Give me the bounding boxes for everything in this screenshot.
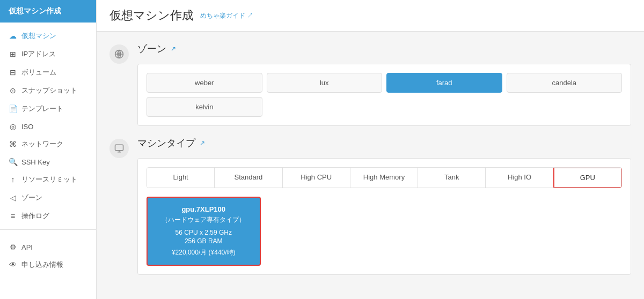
sidebar-item-oplog-label: 操作ログ (21, 211, 49, 221)
volume-icon: ⊟ (9, 68, 17, 77)
card-price: ¥220,000/月 (¥440/時) (155, 248, 252, 257)
sidebar-item-account[interactable]: 👁 申し込み情報 (0, 256, 96, 274)
zone-candela[interactable]: candela (507, 73, 623, 93)
sidebar-item-network[interactable]: ⌘ ネットワーク (0, 135, 96, 153)
sidebar-item-oplog[interactable]: ≡ 操作ログ (0, 207, 96, 225)
zone-section-icon[interactable] (109, 44, 129, 64)
guide-link[interactable]: めちゃ楽ガイド ↗ (200, 11, 253, 20)
zone-title-row: ゾーン ↗ (137, 42, 631, 55)
card-cpu: 56 CPU x 2.59 GHz (155, 229, 252, 236)
svg-rect-1 (115, 145, 123, 151)
tab-high-io[interactable]: High IO (486, 168, 553, 188)
sidebar-nav: ☁ 仮想マシン ⊞ IPアドレス ⊟ ボリューム ⊙ スナップショット 📄 テン… (0, 23, 96, 299)
tab-high-memory[interactable]: High Memory (350, 168, 418, 188)
sidebar-item-template-label: テンプレート (21, 104, 63, 114)
create-vm-button[interactable]: 仮想マシン作成 (9, 6, 87, 16)
content-area: ゾーン ↗ weber lux farad candela kelvin (97, 32, 644, 286)
sidebar-item-network-label: ネットワーク (21, 139, 63, 149)
zone-farad[interactable]: farad (386, 73, 502, 93)
zone-row2: kelvin (147, 97, 622, 117)
sidebar-item-zone[interactable]: ◁ ゾーン (0, 189, 96, 207)
sidebar-item-zone-label: ゾーン (21, 193, 42, 203)
sidebar-item-ip[interactable]: ⊞ IPアドレス (0, 45, 96, 63)
zone-kelvin[interactable]: kelvin (147, 97, 262, 117)
snapshot-icon: ⊙ (9, 86, 17, 95)
machine-section-icon[interactable] (109, 139, 129, 158)
machine-tabs: Light Standard High CPU High Memory Tank… (147, 167, 622, 188)
zone-grid: weber lux farad candela (147, 73, 622, 93)
sidebar-item-iso[interactable]: ◎ ISO (0, 118, 96, 135)
zone-weber[interactable]: weber (147, 73, 262, 93)
sidebar-item-snapshot-label: スナップショット (21, 86, 77, 95)
zone-section-title: ゾーン (137, 42, 166, 55)
sidebar-item-sshkey-label: SSH Key (21, 158, 50, 166)
page-header: 仮想マシン作成 めちゃ楽ガイド ↗ (97, 0, 644, 32)
tab-gpu[interactable]: GPU (553, 167, 622, 188)
zone-icon: ◁ (9, 193, 17, 202)
sidebar-item-iso-label: ISO (21, 123, 33, 131)
sidebar-item-volume[interactable]: ⊟ ボリューム (0, 63, 96, 81)
sidebar-item-api-label: API (21, 243, 33, 251)
machine-section-title: マシンタイプ (137, 137, 195, 150)
card-ram: 256 GB RAM (155, 237, 252, 245)
machine-cards: gpu.7XLP100 （ハードウェア専有タイプ） 56 CPU x 2.59 … (147, 197, 622, 266)
sidebar-item-resource-label: リソースリミット (21, 175, 77, 184)
sidebar-item-api[interactable]: ⚙ API (0, 238, 96, 256)
tab-tank[interactable]: Tank (418, 168, 486, 188)
sidebar-item-template[interactable]: 📄 テンプレート (0, 100, 96, 118)
zone-link-icon[interactable]: ↗ (171, 45, 176, 53)
sshkey-icon: 🔍 (9, 158, 17, 166)
sidebar-item-volume-label: ボリューム (21, 68, 56, 77)
machine-title-row: マシンタイプ ↗ (137, 137, 631, 150)
tab-high-cpu[interactable]: High CPU (283, 168, 350, 188)
resource-icon: ↑ (9, 175, 17, 184)
oplog-icon: ≡ (9, 212, 17, 220)
sidebar-bottom: ⚙ API 👁 申し込み情報 (0, 234, 96, 278)
main-content: 仮想マシン作成 めちゃ楽ガイド ↗ ゾーン ↗ weber lux (97, 0, 644, 299)
template-icon: 📄 (9, 104, 17, 113)
cloud-icon: ☁ (9, 32, 17, 40)
sidebar-item-resource[interactable]: ↑ リソースリミット (0, 170, 96, 189)
zone-lux[interactable]: lux (267, 73, 383, 93)
card-type: （ハードウェア専有タイプ） (155, 215, 252, 225)
page-title: 仮想マシン作成 (109, 8, 194, 24)
iso-icon: ◎ (9, 122, 17, 131)
sidebar-divider (0, 229, 96, 230)
sidebar-item-snapshot[interactable]: ⊙ スナップショット (0, 81, 96, 100)
sidebar: 仮想マシン作成 ☁ 仮想マシン ⊞ IPアドレス ⊟ ボリューム ⊙ スナップシ… (0, 0, 97, 299)
network-icon: ⌘ (9, 140, 17, 148)
sidebar-header: 仮想マシン作成 (0, 0, 96, 23)
sidebar-item-ip-label: IPアドレス (21, 49, 56, 59)
ip-icon: ⊞ (9, 50, 17, 58)
api-icon: ⚙ (9, 243, 17, 251)
sidebar-item-vm[interactable]: ☁ 仮想マシン (0, 27, 96, 45)
account-icon: 👁 (9, 260, 17, 269)
machine-card-gpu7xlp100[interactable]: gpu.7XLP100 （ハードウェア専有タイプ） 56 CPU x 2.59 … (147, 197, 261, 266)
sidebar-item-account-label: 申し込み情報 (21, 260, 63, 270)
card-name: gpu.7XLP100 (155, 205, 252, 213)
machine-link-icon[interactable]: ↗ (200, 139, 205, 147)
tab-standard[interactable]: Standard (215, 168, 282, 188)
sidebar-item-vm-label: 仮想マシン (21, 31, 56, 41)
tab-light[interactable]: Light (147, 168, 215, 188)
sidebar-item-sshkey[interactable]: 🔍 SSH Key (0, 153, 96, 170)
